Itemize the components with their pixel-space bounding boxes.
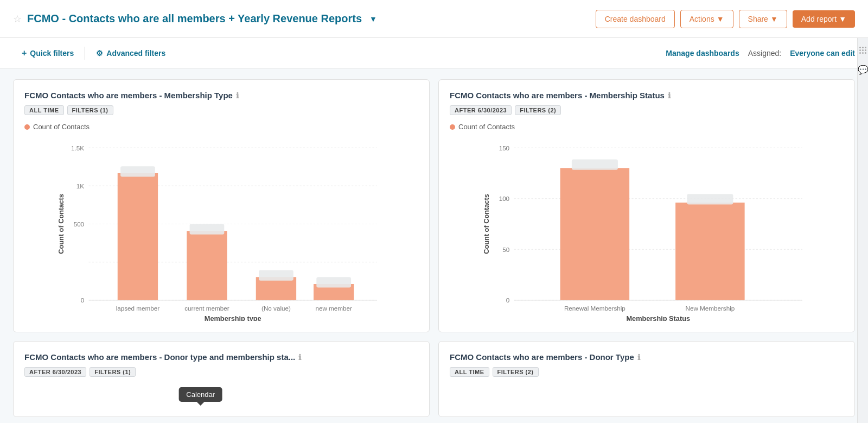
calendar-tooltip-text: Calendar — [178, 387, 222, 402]
svg-text:Membership type: Membership type — [205, 314, 261, 321]
svg-text:500: 500 — [74, 220, 85, 228]
filter-divider — [85, 47, 85, 60]
donor-type-membership-card: FCMO Contacts who are members - Donor ty… — [13, 341, 430, 417]
membership-type-card: FCMO Contacts who are members - Membersh… — [13, 79, 430, 332]
card1-badges: ALL TIME FILTERS (1) — [24, 105, 418, 115]
card1-legend: Count of Contacts — [24, 123, 418, 131]
svg-text:Count of Contacts: Count of Contacts — [482, 194, 490, 254]
calendar-tooltip: Calendar — [178, 387, 222, 406]
assigned-value: Everyone can edit — [790, 49, 855, 58]
bar-current-member — [187, 231, 227, 300]
card1-legend-dot — [24, 124, 30, 130]
create-dashboard-button[interactable]: Create dashboard — [596, 10, 675, 28]
info-icon-card3[interactable]: ℹ — [298, 353, 301, 362]
share-button[interactable]: Share ▼ — [739, 10, 787, 28]
card3-badge2: FILTERS (1) — [90, 367, 136, 377]
card1-chart: 1.5K 1K 500 0 Count of Contacts — [24, 136, 418, 321]
card1-svg: 1.5K 1K 500 0 Count of Contacts — [24, 136, 418, 321]
svg-text:New Membership: New Membership — [685, 305, 735, 312]
svg-rect-30 — [572, 160, 618, 170]
card2-legend: Count of Contacts — [450, 123, 844, 131]
sidebar-dots-icon — [859, 47, 866, 54]
tooltip-arrow — [197, 402, 205, 406]
card1-badge1: ALL TIME — [24, 105, 64, 115]
assigned-label: Assigned: — [748, 49, 781, 58]
manage-dashboards-link[interactable]: Manage dashboards — [666, 49, 739, 58]
svg-text:(No value): (No value) — [261, 305, 291, 312]
bar-renewal — [560, 168, 630, 300]
card2-badge1: AFTER 6/30/2023 — [450, 105, 512, 115]
title-chevron-icon[interactable]: ▼ — [369, 15, 377, 23]
svg-text:Membership Status: Membership Status — [626, 314, 690, 321]
card2-title: FCMO Contacts who are members - Membersh… — [450, 91, 844, 100]
svg-text:100: 100 — [499, 195, 510, 202]
svg-rect-18 — [259, 270, 293, 281]
donor-type-card: FCMO Contacts who are members - Donor Ty… — [438, 341, 855, 417]
info-icon-card2[interactable]: ℹ — [668, 91, 671, 100]
dashboard-title: FCMO - Contacts who are all members + Ye… — [27, 12, 362, 25]
add-report-chevron-icon: ▼ — [839, 15, 846, 23]
card4-badge1: ALL TIME — [450, 367, 489, 377]
share-chevron-icon: ▼ — [770, 15, 778, 23]
card2-legend-dot — [450, 124, 455, 130]
dashboard-grid: FCMO Contacts who are members - Membersh… — [0, 68, 868, 423]
info-icon-card1[interactable]: ℹ — [236, 91, 239, 100]
filter-left: + Quick filters ⚙ Advanced filters — [13, 44, 174, 62]
header-actions: Create dashboard Actions ▼ Share ▼ Add r… — [596, 10, 855, 28]
advanced-filters-button[interactable]: ⚙ Advanced filters — [87, 45, 174, 62]
svg-text:1.5K: 1.5K — [71, 144, 84, 151]
card2-svg: 150 100 50 0 Count of Contacts Renewal M… — [450, 136, 844, 321]
right-sidebar: 💬 — [857, 38, 868, 423]
card3-badge1: AFTER 6/30/2023 — [24, 367, 86, 377]
quick-filters-button[interactable]: + Quick filters — [13, 44, 82, 62]
svg-text:0: 0 — [81, 296, 85, 304]
svg-text:current member: current member — [184, 305, 229, 312]
svg-text:Renewal Membership: Renewal Membership — [564, 305, 626, 312]
svg-text:150: 150 — [499, 144, 510, 151]
top-header: ☆ FCMO - Contacts who are all members + … — [0, 0, 868, 38]
svg-rect-31 — [687, 194, 733, 204]
svg-text:lapsed member: lapsed member — [116, 305, 160, 312]
bar-lapsed-member — [118, 173, 158, 300]
card3-badges: AFTER 6/30/2023 FILTERS (1) — [24, 367, 418, 377]
card3-title: FCMO Contacts who are members - Donor ty… — [24, 352, 418, 362]
filter-right: Manage dashboards Assigned: Everyone can… — [666, 49, 855, 58]
svg-text:new member: new member — [315, 305, 352, 312]
card2-badges: AFTER 6/30/2023 FILTERS (2) — [450, 105, 844, 115]
chat-icon[interactable]: 💬 — [858, 65, 869, 75]
svg-text:1K: 1K — [76, 182, 84, 190]
filter-bar: + Quick filters ⚙ Advanced filters Manag… — [0, 38, 868, 68]
info-icon-card4[interactable]: ℹ — [637, 353, 640, 362]
card2-chart: 150 100 50 0 Count of Contacts Renewal M… — [450, 136, 844, 321]
card4-title: FCMO Contacts who are members - Donor Ty… — [450, 352, 844, 362]
card4-badges: ALL TIME FILTERS (2) — [450, 367, 844, 377]
card1-badge2: FILTERS (1) — [67, 105, 113, 115]
card2-badge2: FILTERS (2) — [515, 105, 561, 115]
bar-new-membership — [675, 203, 745, 300]
card4-badge2: FILTERS (2) — [493, 367, 539, 377]
svg-rect-16 — [120, 166, 155, 176]
svg-text:0: 0 — [506, 296, 510, 304]
svg-text:Count of Contacts: Count of Contacts — [57, 194, 65, 254]
actions-button[interactable]: Actions ▼ — [680, 10, 733, 28]
membership-status-card: FCMO Contacts who are members - Membersh… — [438, 79, 855, 332]
add-report-button[interactable]: Add report ▼ — [793, 10, 855, 28]
sliders-icon: ⚙ — [96, 49, 103, 58]
actions-chevron-icon: ▼ — [717, 15, 724, 23]
svg-text:50: 50 — [502, 246, 509, 253]
card1-title: FCMO Contacts who are members - Membersh… — [24, 91, 418, 100]
favorite-icon[interactable]: ☆ — [13, 13, 22, 25]
plus-icon: + — [22, 48, 27, 58]
svg-rect-17 — [190, 224, 225, 235]
svg-rect-19 — [316, 277, 351, 287]
header-left: ☆ FCMO - Contacts who are all members + … — [13, 12, 377, 25]
